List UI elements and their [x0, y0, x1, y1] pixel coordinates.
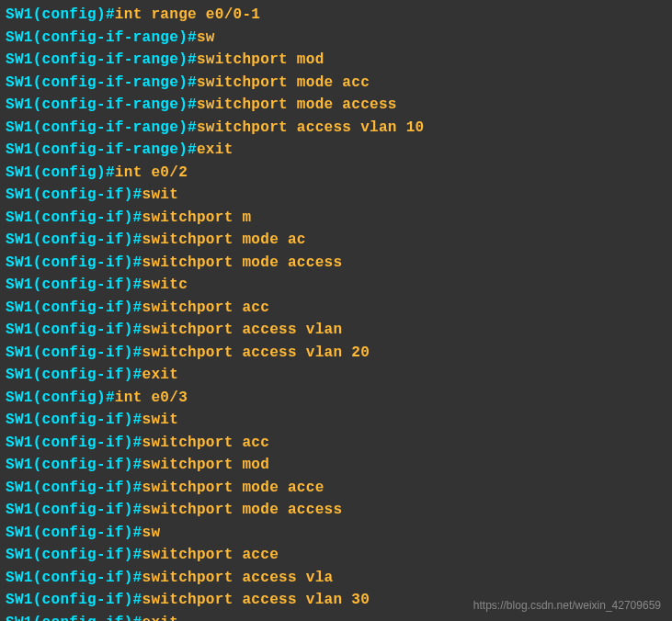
- terminal-prompt: SW1(config-if)#: [6, 592, 142, 608]
- terminal-prompt: SW1(config-if)#: [6, 547, 142, 563]
- terminal-line: SW1(config-if)#switchport acc: [6, 432, 666, 455]
- terminal-command: exit: [142, 615, 179, 622]
- terminal-prompt: SW1(config-if)#: [6, 525, 142, 541]
- terminal-command: switchport mode ac: [142, 231, 306, 248]
- watermark-text: https://blog.csdn.net/weixin_42709659: [473, 599, 661, 612]
- terminal-command: switchport m: [142, 209, 252, 226]
- terminal-prompt: SW1(config-if)#: [6, 367, 142, 383]
- terminal-line: SW1(config-if-range)#switchport mode acc: [6, 72, 666, 95]
- terminal-prompt: SW1(config-if)#: [6, 457, 142, 473]
- terminal-prompt: SW1(config-if)#: [6, 502, 142, 518]
- terminal-line: SW1(config-if-range)#sw: [6, 27, 666, 50]
- terminal-command: sw: [197, 29, 215, 46]
- terminal-line: SW1(config-if-range)#switchport mod: [6, 49, 666, 72]
- terminal-prompt: SW1(config-if)#: [6, 615, 142, 622]
- terminal-prompt: SW1(config-if)#: [6, 322, 142, 338]
- terminal-prompt: SW1(config-if)#: [6, 231, 142, 248]
- terminal-command: switc: [142, 277, 188, 293]
- terminal-command: switchport mode access: [197, 96, 397, 113]
- terminal-command: switchport acc: [142, 299, 270, 316]
- terminal-line: SW1(config-if)#switc: [6, 274, 666, 297]
- terminal-line: SW1(config-if)#switchport m: [6, 207, 666, 230]
- terminal-prompt: SW1(config-if)#: [6, 299, 142, 316]
- terminal-line: SW1(config-if-range)#switchport mode acc…: [6, 94, 666, 117]
- terminal-line: SW1(config-if)#exit: [6, 612, 666, 622]
- terminal-prompt: SW1(config)#: [6, 164, 115, 181]
- terminal-line: SW1(config)#int range e0/0-1: [6, 4, 666, 27]
- terminal-command: swit: [142, 186, 179, 203]
- terminal-line: SW1(config-if)#sw: [6, 522, 666, 545]
- terminal-command: switchport access vla: [142, 570, 334, 586]
- terminal-line: SW1(config-if)#swit: [6, 184, 666, 207]
- terminal-command: int e0/3: [115, 390, 188, 406]
- terminal-line: SW1(config-if-range)#switchport access v…: [6, 117, 666, 140]
- terminal-prompt: SW1(config-if)#: [6, 209, 142, 226]
- terminal-command: int range e0/0-1: [115, 6, 260, 23]
- terminal-command: sw: [142, 525, 161, 541]
- terminal-command: switchport access vlan 30: [142, 592, 370, 608]
- terminal-output: SW1(config)#int range e0/0-1SW1(config-i…: [6, 4, 666, 621]
- terminal-prompt: SW1(config-if-range)#: [6, 96, 197, 113]
- terminal-line: SW1(config)#int e0/3: [6, 387, 666, 410]
- terminal-command: switchport mode acce: [142, 480, 325, 496]
- terminal-line: SW1(config-if-range)#exit: [6, 139, 666, 162]
- terminal-line: SW1(config-if)#switchport mode access: [6, 252, 666, 275]
- terminal-prompt: SW1(config-if)#: [6, 254, 142, 271]
- terminal-command: switchport mode access: [142, 254, 343, 271]
- terminal-line: SW1(config-if)#switchport mode ac: [6, 229, 666, 252]
- terminal-line: SW1(config-if)#switchport acc: [6, 297, 666, 320]
- terminal-prompt: SW1(config-if)#: [6, 186, 142, 203]
- terminal-command: switchport acce: [142, 547, 279, 563]
- terminal-command: switchport mode acc: [197, 74, 370, 91]
- terminal-command: switchport mode access: [142, 502, 343, 518]
- terminal-prompt: SW1(config-if-range)#: [6, 51, 197, 68]
- terminal-line: SW1(config-if)#switchport access vlan: [6, 319, 666, 342]
- terminal-prompt: SW1(config)#: [6, 6, 115, 23]
- terminal-prompt: SW1(config-if)#: [6, 480, 142, 496]
- terminal-line: SW1(config)#int e0/2: [6, 162, 666, 185]
- terminal-command: swit: [142, 412, 179, 428]
- terminal-command: switchport access vlan 20: [142, 344, 370, 361]
- terminal-prompt: SW1(config)#: [6, 390, 115, 406]
- terminal-prompt: SW1(config-if)#: [6, 435, 142, 451]
- terminal-line: SW1(config-if)#exit: [6, 364, 666, 387]
- terminal-command: int e0/2: [115, 164, 188, 181]
- terminal-command: exit: [142, 367, 179, 383]
- terminal-prompt: SW1(config-if)#: [6, 344, 142, 361]
- terminal-command: exit: [197, 141, 233, 158]
- terminal-line: SW1(config-if)#switchport acce: [6, 544, 666, 567]
- terminal-prompt: SW1(config-if)#: [6, 277, 142, 293]
- terminal-prompt: SW1(config-if-range)#: [6, 74, 197, 91]
- terminal-prompt: SW1(config-if-range)#: [6, 141, 197, 158]
- terminal-prompt: SW1(config-if)#: [6, 570, 142, 586]
- terminal-command: switchport acc: [142, 435, 270, 451]
- terminal-line: SW1(config-if)#switchport mode acce: [6, 477, 666, 500]
- terminal-command: switchport mod: [142, 457, 270, 473]
- terminal-line: SW1(config-if)#swit: [6, 409, 666, 432]
- terminal-command: switchport mod: [197, 51, 325, 68]
- terminal-line: SW1(config-if)#switchport mod: [6, 454, 666, 477]
- terminal-prompt: SW1(config-if)#: [6, 412, 142, 428]
- terminal-line: SW1(config-if)#switchport access vlan 20: [6, 342, 666, 365]
- terminal-command: switchport access vlan: [142, 322, 343, 338]
- terminal-line: SW1(config-if)#switchport access vla: [6, 567, 666, 590]
- terminal-prompt: SW1(config-if-range)#: [6, 29, 197, 46]
- terminal-prompt: SW1(config-if-range)#: [6, 119, 197, 136]
- terminal-line: SW1(config-if)#switchport mode access: [6, 499, 666, 522]
- terminal-command: switchport access vlan 10: [197, 119, 425, 136]
